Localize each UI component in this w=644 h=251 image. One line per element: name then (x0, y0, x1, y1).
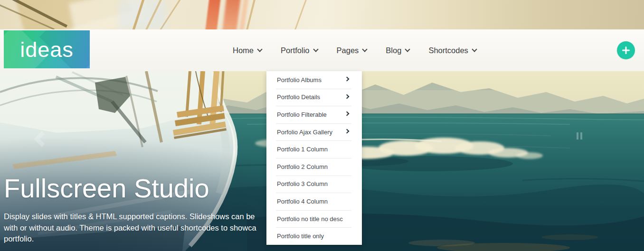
chevron-left-icon (34, 131, 50, 147)
portfolio-dropdown: Portfolio Albums Portfolio Details Portf… (266, 71, 362, 245)
logo[interactable]: ideas (4, 30, 90, 68)
menu-item-portfolio-3-column[interactable]: Portfolio 3 Column (266, 176, 362, 193)
chevron-down-icon (405, 46, 410, 52)
menu-item-portfolio-1-column[interactable]: Portfolio 1 Column (266, 140, 362, 158)
main-nav: Home Portfolio Pages Blog Shortcodes (233, 29, 476, 71)
nav-item-blog[interactable]: Blog (386, 46, 409, 55)
caption-line: portfolio. (4, 233, 256, 245)
caption-line: with or without audio. Theme is packed w… (4, 223, 256, 234)
menu-item-portfolio-details[interactable]: Portfolio Details (266, 89, 362, 106)
page: Fullscreen Studio Display slides with ti… (0, 0, 644, 251)
caption-line: Display slides with titles & HTML suppor… (4, 211, 256, 223)
menu-item-portfolio-4-column[interactable]: Portfolio 4 Column (266, 193, 362, 210)
slider-pause-button[interactable] (577, 132, 582, 139)
add-button[interactable] (617, 41, 635, 59)
nav-item-shortcodes[interactable]: Shortcodes (428, 46, 476, 55)
menu-item-portfolio-albums[interactable]: Portfolio Albums (266, 71, 362, 89)
chevron-down-icon (257, 46, 262, 52)
hero-caption-block: Fullscreen Studio Display slides with ti… (4, 175, 256, 245)
slider-prev-button[interactable] (30, 126, 53, 152)
nav-item-home[interactable]: Home (233, 46, 262, 55)
pause-icon (580, 132, 582, 139)
hero-caption: Display slides with titles & HTML suppor… (4, 211, 256, 245)
chevron-right-icon (345, 77, 350, 82)
logo-text: ideas (20, 39, 74, 60)
chevron-down-icon (472, 46, 477, 52)
chevron-down-icon (313, 46, 318, 52)
nav-item-portfolio[interactable]: Portfolio (281, 46, 318, 55)
site-header: ideas Home Portfolio Pages Blog Shortcod… (0, 29, 644, 71)
menu-item-portfolio-2-column[interactable]: Portfolio 2 Column (266, 158, 362, 176)
chevron-right-icon (345, 129, 350, 134)
chevron-right-icon (345, 112, 350, 116)
menu-item-porfolio-ajax-gallery[interactable]: Porfolio Ajax Gallery (266, 123, 362, 141)
plus-icon (617, 41, 635, 59)
sail-photo-strip (0, 0, 644, 29)
menu-item-portfolio-title-only[interactable]: Portfolio title only (266, 227, 362, 245)
chevron-down-icon (362, 46, 368, 52)
hero-title: Fullscreen Studio (4, 175, 256, 202)
nav-item-pages[interactable]: Pages (337, 46, 367, 55)
pause-icon (577, 132, 578, 139)
menu-item-portfolio-filterable[interactable]: Portfolio Filterable (266, 106, 362, 123)
menu-item-portfolio-no-title-no-desc[interactable]: Portfolio no title no desc (266, 210, 362, 228)
chevron-right-icon (345, 94, 350, 99)
